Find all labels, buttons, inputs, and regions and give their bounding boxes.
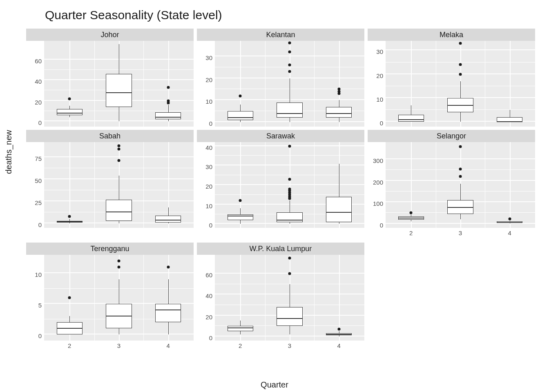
facet-strip: Selangor bbox=[368, 130, 535, 142]
y-tick-label: 40 bbox=[205, 292, 212, 299]
outlier-point bbox=[459, 145, 462, 148]
y-tick-label: 0 bbox=[380, 120, 383, 127]
y-tick-label: 0 bbox=[209, 120, 212, 127]
outlier-point bbox=[288, 70, 291, 73]
outlier-point bbox=[459, 175, 462, 178]
outlier-point bbox=[239, 199, 242, 202]
y-axis: 0510 bbox=[26, 255, 44, 341]
plot-panel bbox=[44, 255, 194, 341]
outlier-point bbox=[239, 94, 242, 97]
y-tick-label: 0 bbox=[209, 222, 212, 229]
outlier-point bbox=[288, 64, 291, 67]
outlier-point bbox=[68, 215, 71, 218]
y-tick-label: 50 bbox=[35, 177, 42, 184]
y-tick-label: 0 bbox=[38, 332, 42, 339]
outlier-point bbox=[288, 256, 291, 259]
outlier-point bbox=[167, 86, 170, 89]
y-tick-label: 30 bbox=[205, 54, 212, 61]
figure: Quarter Seasonality (State level) deaths… bbox=[0, 0, 549, 392]
outlier-point bbox=[459, 167, 462, 170]
outlier-point bbox=[459, 63, 462, 66]
box bbox=[326, 197, 352, 222]
y-tick-label: 10 bbox=[205, 98, 212, 105]
y-tick-label: 30 bbox=[376, 48, 383, 55]
y-tick-label: 40 bbox=[205, 144, 212, 151]
plot-panel bbox=[215, 142, 364, 228]
y-tick-label: 0 bbox=[209, 334, 212, 341]
outlier-point bbox=[459, 42, 462, 45]
y-axis: 0102030 bbox=[197, 41, 215, 127]
y-tick-label: 200 bbox=[373, 178, 383, 185]
y-axis: 0100200300 bbox=[368, 142, 386, 229]
facet-sabah: Sabah0255075 bbox=[25, 130, 195, 231]
outlier-point bbox=[68, 97, 71, 100]
facet-johor: Johor0204060 bbox=[25, 29, 195, 130]
x-tick-label: 2 bbox=[239, 342, 242, 349]
outlier-point bbox=[118, 266, 121, 269]
box bbox=[228, 326, 253, 331]
x-axis: 234 bbox=[215, 341, 364, 353]
outlier-point bbox=[118, 159, 121, 162]
y-tick-label: 40 bbox=[35, 78, 42, 85]
box bbox=[57, 109, 83, 115]
box bbox=[277, 212, 302, 222]
facet-strip: Sarawak bbox=[197, 130, 364, 142]
plot-panel bbox=[386, 142, 535, 228]
y-axis: 0102030 bbox=[368, 41, 386, 127]
y-tick-label: 100 bbox=[373, 200, 383, 207]
x-axis: 234 bbox=[44, 341, 194, 353]
facet-kelantan: Kelantan0102030 bbox=[195, 29, 366, 130]
y-tick-label: 10 bbox=[205, 202, 212, 209]
plot-panel bbox=[215, 255, 364, 341]
outlier-point bbox=[118, 144, 121, 147]
box bbox=[326, 107, 352, 118]
facet-sarawak: Sarawak010203040 bbox=[195, 130, 366, 231]
y-tick-label: 10 bbox=[376, 96, 383, 103]
facet-strip: Melaka bbox=[368, 29, 535, 41]
x-axis-label: Quarter bbox=[261, 380, 288, 390]
y-tick-label: 25 bbox=[35, 199, 42, 206]
y-tick-label: 30 bbox=[205, 163, 212, 170]
outlier-point bbox=[459, 73, 462, 76]
y-tick-label: 0 bbox=[380, 221, 383, 228]
y-tick-label: 0 bbox=[38, 221, 42, 228]
x-tick-label: 4 bbox=[337, 342, 341, 349]
box bbox=[277, 307, 302, 326]
facet-melaka: Melaka0102030 bbox=[366, 29, 537, 130]
chart-title: Quarter Seasonality (State level) bbox=[45, 8, 549, 22]
y-tick-label: 20 bbox=[376, 72, 383, 79]
x-tick-label: 3 bbox=[459, 229, 462, 236]
outlier-point bbox=[410, 212, 413, 214]
y-axis: 0255075 bbox=[26, 142, 44, 229]
facet-selangor: Selangor0100200300234 bbox=[366, 130, 537, 243]
facet-grid: Johor0204060Kelantan0102030Melaka0102030… bbox=[25, 29, 539, 376]
box bbox=[228, 214, 253, 220]
y-axis: 0204060 bbox=[26, 41, 44, 127]
box bbox=[155, 304, 181, 322]
box bbox=[106, 200, 132, 221]
y-tick-label: 60 bbox=[205, 272, 212, 278]
x-tick-label: 3 bbox=[288, 342, 291, 349]
y-tick-label: 20 bbox=[205, 313, 212, 320]
box bbox=[228, 111, 253, 120]
x-tick-label: 4 bbox=[167, 342, 170, 349]
outlier-point bbox=[167, 266, 170, 269]
outlier-point bbox=[118, 148, 121, 151]
y-axis: 010203040 bbox=[197, 142, 215, 229]
outlier-point bbox=[288, 187, 291, 190]
outlier-point bbox=[167, 99, 170, 102]
y-tick-label: 0 bbox=[38, 119, 42, 126]
outlier-point bbox=[288, 50, 291, 53]
outlier-point bbox=[118, 260, 121, 263]
box bbox=[155, 112, 181, 120]
facet-strip: Johor bbox=[26, 29, 194, 41]
box bbox=[106, 74, 132, 107]
box bbox=[277, 102, 302, 118]
box bbox=[398, 115, 424, 122]
x-tick-label: 2 bbox=[68, 342, 71, 349]
facet-strip: Kelantan bbox=[197, 29, 364, 41]
box bbox=[155, 216, 181, 223]
y-tick-label: 20 bbox=[205, 183, 212, 190]
x-tick-label: 2 bbox=[409, 229, 413, 236]
y-tick-label: 60 bbox=[35, 57, 42, 64]
